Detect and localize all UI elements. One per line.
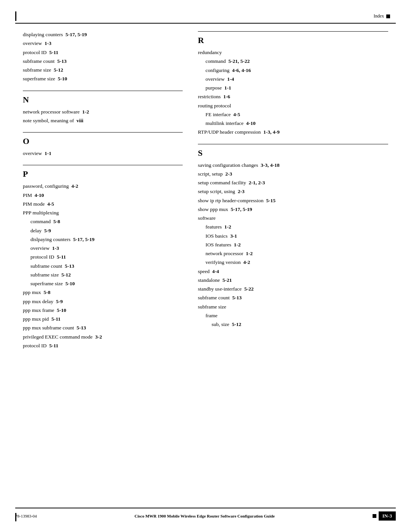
section-letter-n: N — [23, 95, 183, 105]
list-item: ppp mux frame 5-10 — [23, 306, 183, 314]
section-letter-r: R — [198, 35, 388, 45]
list-item: show ppp mux 5-17, 5-19 — [198, 205, 388, 213]
continuation-entries: displaying counters 5-17, 5-19 overview … — [23, 30, 183, 83]
list-item: purpose 1-1 — [198, 84, 388, 92]
list-item: protocol ID 5-11 — [23, 342, 183, 350]
list-item: ppp mux pid 5-11 — [23, 315, 183, 323]
list-item: show ip rtp header-compression 5-15 — [198, 197, 388, 204]
footer-doc-number: 78-13983-04 — [15, 514, 37, 518]
list-item: protocol ID 5-11 — [23, 253, 183, 261]
top-left-bar — [15, 11, 16, 21]
list-item: configuring 4-6, 4-16 — [198, 66, 388, 74]
list-item: FE interface 4-5 — [198, 110, 388, 118]
list-item: subframe size — [198, 303, 388, 311]
list-item: protocol ID 5-11 — [23, 48, 183, 56]
section-divider-p — [23, 165, 183, 165]
footer-title: Cisco MWR 1900 Mobile Wireless Edge Rout… — [37, 514, 373, 518]
list-item: superframe size 5-10 — [23, 280, 183, 288]
list-item: ppp mux 5-8 — [23, 288, 183, 296]
list-item: sub, size 5-12 — [198, 320, 388, 328]
list-item: network processor software 1-2 — [23, 108, 183, 116]
list-item: displaying counters 5-17, 5-19 — [23, 30, 183, 38]
header-index-label: Index — [374, 13, 384, 19]
section-letter-p: P — [23, 169, 183, 179]
list-item: software — [198, 214, 388, 222]
header-square-icon — [386, 14, 390, 18]
list-item: dislpaying counters 5-17, 5-19 — [23, 235, 183, 243]
list-item: subframe count 5-13 — [23, 57, 183, 65]
list-item: ppp mux subframe count 5-13 — [23, 324, 183, 332]
list-item: note symbol, meaning of viii — [23, 117, 183, 125]
section-s: S saving configuration changes 3-3, 4-18… — [198, 144, 388, 329]
list-item: speed 4-4 — [198, 267, 388, 275]
list-item: routing protocol — [198, 102, 388, 110]
list-item: setup script, using 2-3 — [198, 187, 388, 195]
footer-square-icon — [373, 514, 376, 518]
list-item: standalone 5-21 — [198, 276, 388, 284]
section-o: O overview 1-1 — [23, 132, 183, 157]
section-divider-n — [23, 91, 183, 91]
section-r: R redundancy command 5-21, 5-22 configur… — [198, 31, 388, 136]
list-item: script, setup 2-3 — [198, 170, 388, 178]
footer-page-number: IN-3 — [379, 511, 396, 521]
list-item: command 5-21, 5-22 — [198, 57, 388, 65]
list-item: restrictions 1-6 — [198, 93, 388, 101]
page-footer: 78-13983-04 Cisco MWR 1900 Mobile Wirele… — [15, 508, 396, 521]
list-item: subframe count 5-13 — [198, 294, 388, 302]
left-column: displaying counters 5-17, 5-19 overview … — [23, 30, 183, 494]
section-letter-o: O — [23, 136, 183, 146]
list-item: subframe size 5-12 — [23, 271, 183, 279]
list-item: saving configuration changes 3-3, 4-18 — [198, 161, 388, 169]
list-item: multilink interface 4-10 — [198, 119, 388, 127]
list-item: setup command facility 2-1, 2-3 — [198, 179, 388, 187]
list-item: command 5-8 — [23, 217, 183, 225]
list-item: PPP multiplexing — [23, 209, 183, 217]
footer-border — [15, 508, 396, 508]
list-item: overview 1-4 — [198, 75, 388, 83]
list-item: ppp mux delay 5-9 — [23, 297, 183, 305]
section-divider-s — [198, 144, 388, 144]
footer-right-container: IN-3 — [373, 511, 396, 521]
list-item: IOS basics 3-1 — [198, 232, 388, 240]
list-item: verifying version 4-2 — [198, 258, 388, 266]
list-item: standby use-interface 5-22 — [198, 285, 388, 293]
list-item: features 1-2 — [198, 223, 388, 231]
section-divider-r — [198, 31, 388, 32]
top-border — [15, 23, 396, 24]
section-letter-s: S — [198, 148, 388, 158]
section-n: N network processor software 1-2 note sy… — [23, 91, 183, 125]
list-item: subframe size 5-12 — [23, 66, 183, 74]
list-item: PIM 4-10 — [23, 191, 183, 199]
list-item: password, configuring 4-2 — [23, 182, 183, 190]
page-header: Index — [374, 13, 390, 19]
list-item: subframe count 5-13 — [23, 262, 183, 270]
footer-content: 78-13983-04 Cisco MWR 1900 Mobile Wirele… — [15, 511, 396, 521]
list-item: overview 1-3 — [23, 244, 183, 252]
list-item: PIM mode 4-5 — [23, 200, 183, 208]
list-item: overview 1-1 — [23, 149, 183, 157]
list-item: delay 5-9 — [23, 227, 183, 235]
list-item: overview 1-3 — [23, 39, 183, 47]
list-item: RTP/UDP header compression 1-3, 4-9 — [198, 128, 388, 136]
content-area: displaying counters 5-17, 5-19 overview … — [23, 30, 388, 494]
list-item: IOS features 1-2 — [198, 241, 388, 249]
section-divider-o — [23, 132, 183, 133]
footer-left-bar — [15, 513, 16, 521]
list-item: frame — [198, 312, 388, 320]
section-p: P password, configuring 4-2 PIM 4-10 PIM… — [23, 165, 183, 350]
list-item: privileged EXEC command mode 3-2 — [23, 333, 183, 341]
list-item: redundancy — [198, 48, 388, 56]
right-column: R redundancy command 5-21, 5-22 configur… — [198, 30, 388, 494]
list-item: superframe size 5-10 — [23, 75, 183, 83]
page-container: Index displaying counters 5-17, 5-19 ove… — [0, 0, 411, 532]
list-item: network processor 1-2 — [198, 249, 388, 257]
